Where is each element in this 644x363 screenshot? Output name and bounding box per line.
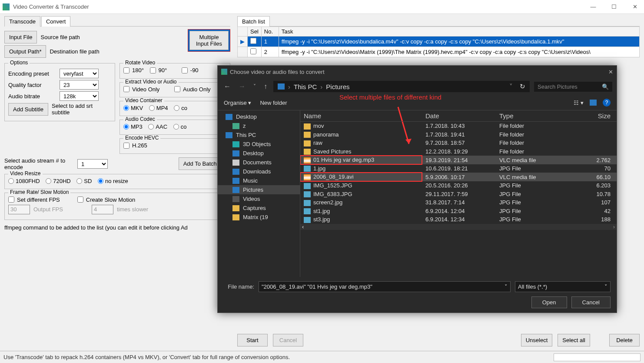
close-button[interactable]: ✕ (628, 3, 641, 10)
preset-select[interactable]: veryfast (60, 69, 99, 78)
jpg-icon (304, 191, 311, 197)
audio-stream-label: Select audio stream # to encode (4, 157, 74, 170)
set-fps-check[interactable]: Set different FPS (8, 196, 60, 203)
codec-mp3-radio[interactable]: MP3 (123, 123, 143, 130)
codec-co-radio[interactable]: co (173, 123, 187, 130)
input-file-button[interactable]: Input File (4, 31, 37, 43)
resize-1080-radio[interactable]: 1080FHD (8, 178, 40, 184)
col-name[interactable]: Name (300, 110, 422, 122)
video-only-check[interactable]: Video Only (123, 86, 159, 93)
tree-item[interactable]: 3D Objects (218, 140, 300, 149)
dialog-title: Choose video or audio files to convert (230, 69, 325, 75)
col-size[interactable]: Size (557, 110, 617, 122)
main-tabs: Transcode Convert (4, 16, 230, 27)
organise-menu[interactable]: Organise ▾ (224, 100, 251, 106)
fps-input[interactable] (8, 205, 30, 214)
tree-item[interactable]: Videos (218, 194, 300, 203)
batch-list-tab[interactable]: Batch list (237, 16, 270, 27)
nav-forward-icon: → (237, 83, 247, 90)
file-row[interactable]: Saved Pictures12.2.2018. 19:29File folde… (300, 147, 617, 156)
file-row[interactable]: st3.jpg6.9.2014. 12:34JPG File188 (300, 215, 617, 224)
file-row[interactable]: mov1.7.2018. 10:43File folder (300, 122, 617, 130)
row-check[interactable] (250, 48, 256, 54)
filename-input[interactable]: "2006_08_19.avi" "01 Hvis jeg var deg.mp… (259, 281, 511, 292)
bitrate-select[interactable]: 128k (60, 91, 99, 101)
search-input[interactable]: Search Pictures🔍 (534, 82, 612, 92)
tree-item[interactable]: Desktop (218, 112, 300, 121)
tree-item[interactable]: Captures (218, 203, 300, 213)
tree-item[interactable]: Pictures (218, 185, 300, 194)
new-folder-button[interactable]: New folder (260, 100, 287, 106)
create-slow-check[interactable]: Create Slow Motion (77, 196, 135, 203)
row-check[interactable] (250, 38, 256, 44)
minimize-button[interactable]: — (587, 3, 600, 10)
rotate-180-check[interactable]: 180° (123, 67, 144, 73)
resize-sd-radio[interactable]: SD (76, 178, 92, 184)
file-row[interactable]: raw9.7.2018. 18:57File folder (300, 139, 617, 147)
status-bar: Use 'Transcode' tab to repack h.264 cont… (0, 351, 644, 363)
file-row[interactable]: IMG_1525.JPG20.5.2016. 20:26JPG File6.20… (300, 181, 617, 190)
extract-group: Extract Video or Audio Video Only Audio … (120, 82, 230, 98)
jpg-icon (304, 208, 311, 214)
tab-convert[interactable]: Convert (41, 16, 71, 27)
rotate-n90-check[interactable]: -90 (182, 67, 199, 73)
container-mp4-radio[interactable]: MP4 (149, 105, 168, 111)
view-icon[interactable]: ☷ ▾ (574, 100, 584, 106)
file-list[interactable]: Name Date Type Size mov1.7.2018. 10:43Fi… (300, 110, 617, 277)
nav-up-icon[interactable]: ↑ (262, 83, 269, 90)
file-row[interactable]: IMG_6383.JPG29.11.2017. 7:59JPG File10.7… (300, 190, 617, 199)
col-type[interactable]: Type (496, 110, 557, 122)
tree-item[interactable]: Music (218, 176, 300, 185)
container-mkv-radio[interactable]: MKV (123, 105, 143, 111)
output-path-button[interactable]: Output Path* (4, 45, 46, 58)
file-filter-select[interactable]: All files (*.*)˅ (515, 281, 611, 292)
tab-transcode[interactable]: Transcode (4, 16, 40, 27)
tree-item[interactable]: Desktop (218, 149, 300, 158)
codec-group: Audio Codec MP3 AAC co (120, 120, 230, 135)
title-bar: Video Converter & Transcoder — ☐ ✕ (0, 0, 644, 14)
slow-input[interactable] (92, 205, 113, 214)
help-icon[interactable]: ? (603, 99, 611, 107)
tree-item[interactable]: z (218, 121, 300, 130)
dialog-cancel-button[interactable]: Cancel (571, 296, 611, 308)
breadcrumb[interactable]: › This PC › Pictures ˅ ↻ (273, 81, 530, 92)
select-all-button[interactable]: Select all (558, 334, 590, 346)
maximize-button[interactable]: ☐ (607, 3, 621, 10)
nav-back-icon[interactable]: ← (222, 83, 232, 90)
add-subtitle-button[interactable]: Add Subtitle (8, 103, 48, 116)
multiple-input-button[interactable]: Multiple Input Files (189, 31, 229, 50)
audio-only-check[interactable]: Audio Only (174, 86, 211, 93)
tree-item[interactable]: Documents (218, 158, 300, 167)
batch-row[interactable]: ▶ 1 ffmpeg -y -i "C:\Users\z\Videos\bund… (238, 37, 640, 47)
quality-select[interactable]: 23 (60, 80, 99, 90)
preview-pane-icon[interactable] (590, 100, 597, 106)
rotate-90-check[interactable]: 90° (150, 67, 167, 73)
delete-button[interactable]: Delete (609, 334, 640, 346)
file-row[interactable]: screen2.jpg31.8.2017. 7:14JPG File107 (300, 198, 617, 207)
file-row[interactable]: 2006_08_19.avi5.9.2006. 10:17VLC media f… (300, 173, 617, 181)
tree-item[interactable]: Matrix (19 (218, 213, 300, 222)
audio-stream-select[interactable]: 1 (77, 159, 108, 169)
resize-none-radio[interactable]: no resize (98, 178, 128, 184)
col-date[interactable]: Date (422, 110, 496, 122)
tree-item[interactable]: This PC (218, 130, 300, 140)
file-row[interactable]: st1.jpg6.9.2014. 12:04JPG File42 (300, 207, 617, 216)
container-co-radio[interactable]: co (174, 105, 187, 111)
dialog-close-button[interactable]: ✕ (608, 69, 613, 75)
resize-720-radio[interactable]: 720HD (46, 178, 70, 184)
file-row[interactable]: panorama1.7.2018. 19:41File folder (300, 130, 617, 139)
ffmpeg-cmd-hint: ffmpeg command to be added to the list (… (4, 224, 230, 231)
folder-tree[interactable]: DesktopzThis PC3D ObjectsDesktopDocument… (218, 110, 300, 277)
start-button[interactable]: Start (237, 334, 268, 346)
jpg-icon (304, 166, 311, 172)
refresh-icon[interactable]: ↻ (520, 83, 525, 90)
tree-item[interactable]: Downloads (218, 167, 300, 176)
file-row[interactable]: 1.jpg10.6.2019. 18:21JPG File70 (300, 164, 617, 173)
codec-aac-radio[interactable]: AAC (148, 123, 167, 130)
nav-recent-icon[interactable]: ˅ (252, 83, 258, 90)
h265-check[interactable]: H.265 (123, 142, 147, 149)
batch-row[interactable]: 2 ffmpeg -y -i "C:\Users\z\Videos\Matrix… (238, 47, 640, 57)
open-button[interactable]: Open (531, 296, 567, 308)
unselect-button[interactable]: Unselect (521, 334, 553, 346)
file-row[interactable]: 01 Hvis jeg var deg.mp319.3.2019. 21:54V… (300, 156, 617, 164)
